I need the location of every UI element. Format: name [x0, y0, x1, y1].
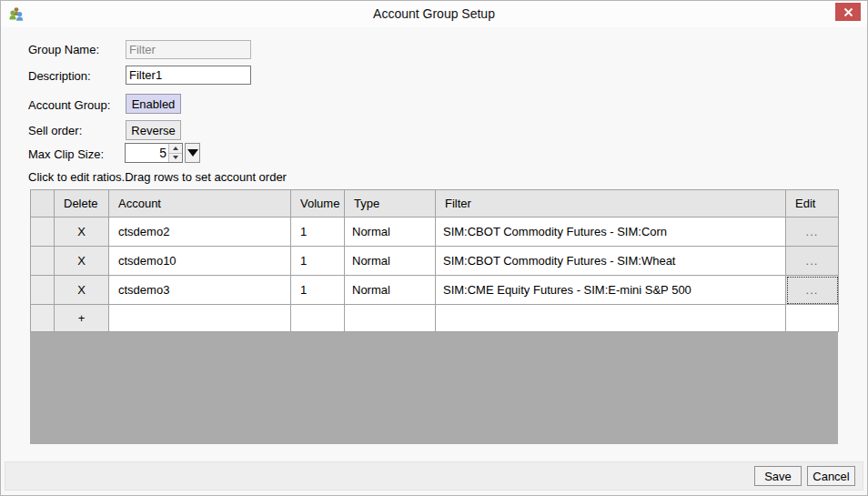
title-bar: Account Group Setup — [1, 1, 867, 27]
close-button[interactable] — [835, 3, 861, 21]
table-row: X ctsdemo2 1 Normal SIM:CBOT Commodity F… — [31, 218, 839, 247]
account-cell[interactable]: ctsdemo2 — [109, 218, 291, 247]
edit-cell[interactable] — [786, 305, 839, 332]
footer-panel — [5, 461, 863, 491]
type-cell[interactable]: Normal — [345, 247, 436, 276]
grid-header-row: Delete Account Volume Type Filter Edit — [31, 190, 839, 218]
row-drag-handle[interactable] — [31, 247, 55, 276]
description-input[interactable] — [126, 66, 251, 85]
close-icon — [843, 7, 853, 17]
window-title: Account Group Setup — [1, 1, 867, 27]
sell-order-reverse-button[interactable]: Reverse — [126, 120, 181, 140]
column-header-rowselector — [31, 190, 55, 218]
arrow-down-icon — [173, 156, 178, 159]
type-cell[interactable]: Normal — [345, 218, 436, 247]
filter-cell[interactable]: SIM:CME Equity Futures - SIM:E-mini S&P … — [436, 276, 786, 305]
volume-cell[interactable]: 1 — [291, 247, 345, 276]
delete-row-button[interactable]: X — [55, 218, 109, 247]
account-cell[interactable]: ctsdemo3 — [109, 276, 291, 305]
type-cell[interactable]: Normal — [345, 276, 436, 305]
accounts-grid: Delete Account Volume Type Filter Edit X… — [30, 189, 838, 444]
row-drag-handle[interactable] — [31, 276, 55, 305]
account-cell[interactable]: ctsdemo10 — [109, 247, 291, 276]
filter-cell[interactable] — [436, 305, 786, 332]
filter-cell[interactable]: SIM:CBOT Commodity Futures - SIM:Wheat — [436, 247, 786, 276]
column-header-account[interactable]: Account — [109, 190, 291, 218]
dropdown-arrow-icon — [187, 149, 198, 157]
column-header-filter[interactable]: Filter — [436, 190, 786, 218]
volume-cell[interactable] — [291, 305, 345, 332]
save-button[interactable]: Save — [754, 466, 802, 486]
column-header-type[interactable]: Type — [345, 190, 436, 218]
column-header-volume[interactable]: Volume — [291, 190, 345, 218]
volume-cell[interactable]: 1 — [291, 276, 345, 305]
volume-cell[interactable]: 1 — [291, 218, 345, 247]
spinner-buttons — [168, 144, 182, 162]
column-header-delete[interactable]: Delete — [55, 190, 109, 218]
filter-cell[interactable]: SIM:CBOT Commodity Futures - SIM:Corn — [436, 218, 786, 247]
description-label: Description: — [28, 69, 91, 83]
spin-down-button[interactable] — [169, 153, 182, 163]
delete-row-button[interactable]: X — [55, 276, 109, 305]
delete-row-button[interactable]: X — [55, 247, 109, 276]
add-row-button[interactable]: + — [55, 305, 109, 332]
arrow-up-icon — [173, 147, 178, 150]
max-clip-size-input[interactable] — [126, 144, 168, 162]
group-name-label: Group Name: — [28, 43, 99, 56]
spin-up-button[interactable] — [169, 144, 182, 153]
sell-order-label: Sell order: — [28, 124, 82, 137]
edit-filter-button[interactable]: ... — [786, 247, 839, 276]
account-group-setup-dialog: Account Group Setup Group Name: Descript… — [0, 0, 868, 496]
cancel-button[interactable]: Cancel — [807, 466, 855, 486]
edit-filter-button[interactable]: ... — [786, 276, 839, 305]
grid-hint-text: Click to edit ratios.Drag rows to set ac… — [28, 170, 287, 184]
account-cell[interactable] — [109, 305, 291, 332]
max-clip-size-stepper — [125, 143, 183, 163]
type-cell[interactable] — [345, 305, 436, 332]
group-name-input — [126, 40, 251, 59]
account-group-label: Account Group: — [28, 98, 110, 112]
max-clip-size-dropdown-button[interactable] — [185, 143, 200, 163]
new-row: + — [31, 305, 839, 332]
row-drag-handle[interactable] — [31, 305, 55, 332]
table-row: X ctsdemo3 1 Normal SIM:CME Equity Futur… — [31, 276, 839, 305]
column-header-edit[interactable]: Edit — [786, 190, 839, 218]
max-clip-size-label: Max Clip Size: — [28, 147, 104, 161]
account-group-enabled-button[interactable]: Enabled — [126, 94, 181, 114]
table-row: X ctsdemo10 1 Normal SIM:CBOT Commodity … — [31, 247, 839, 276]
edit-filter-button[interactable]: ... — [786, 218, 839, 247]
row-drag-handle[interactable] — [31, 218, 55, 247]
